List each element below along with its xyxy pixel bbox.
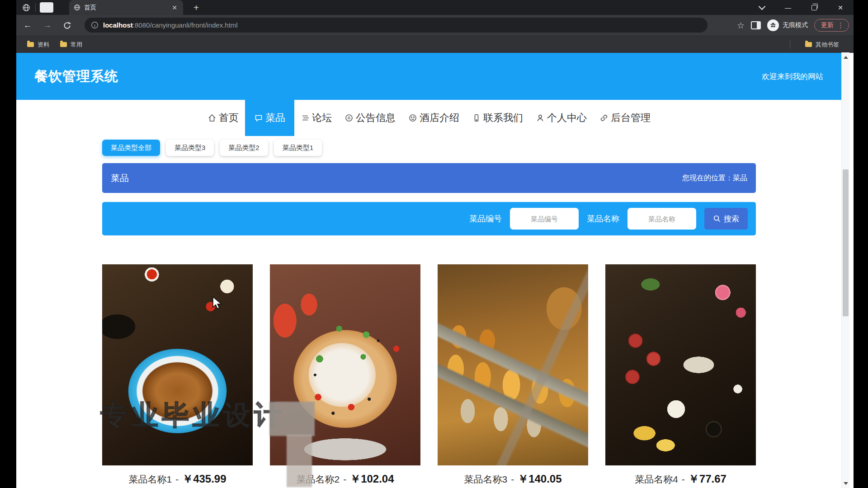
dish-separator: - [175,474,179,485]
welcome-text: 欢迎来到我的网站 [762,71,823,82]
forum-icon [301,113,310,122]
dish-image-fried-food[interactable] [438,264,588,465]
dish-name: 菜品名称1 [128,473,172,486]
nav-item-dishes[interactable]: 菜品 [245,100,294,136]
browser-window: 首页 ✕ + — ✕ ← → localhost:8080/canyinguan… [16,0,854,488]
page-viewport: 餐饮管理系统 欢迎来到我的网站 首页 菜品 论坛 公告信息 [16,53,854,488]
tab-home[interactable]: 首页 ✕ [69,0,183,15]
dish-image-noodles[interactable] [102,264,253,465]
pinned-tab-thumbnail[interactable] [40,2,53,13]
site-title: 餐饮管理系统 [34,67,118,86]
globe-icon[interactable] [20,2,33,13]
nav-item-home[interactable]: 首页 [201,100,245,136]
side-panel-icon[interactable] [751,21,761,29]
folder-icon [27,42,34,47]
person-icon [536,113,545,122]
blurred-box [287,435,312,487]
home-icon [208,113,217,122]
url-path: :8080/canyinguanli/front/index.html [133,21,238,29]
scrollbar-thumb[interactable] [843,169,849,316]
dish-name: 菜品名称3 [464,473,507,486]
bookmark-label: 资料 [38,41,49,49]
dish-name-input[interactable] [627,208,696,230]
dish-price: ￥102.04 [350,472,394,486]
dish-card-grid: 菜品名称1 - ￥435.99 菜品名称2 - ￥102.04 [102,264,756,488]
dish-card-label: 菜品名称4 - ￥77.67 [605,465,756,488]
forward-button[interactable]: → [42,19,53,31]
nav-item-contact[interactable]: 联系我们 [466,100,529,136]
tab-close-icon[interactable]: ✕ [170,4,179,11]
incognito-label: 无痕模式 [783,21,808,29]
dish-icon [254,113,263,122]
nav-label: 后台管理 [611,111,651,125]
dish-no-input[interactable] [510,208,579,230]
scroll-down-icon[interactable] [842,479,849,487]
nav-label: 个人中心 [547,111,587,125]
dish-card-4[interactable]: 菜品名称4 - ￥77.67 [605,264,756,488]
other-bookmarks-label: 其他书签 [816,41,839,49]
dish-price: ￥435.99 [182,472,226,486]
reload-icon[interactable] [61,19,73,31]
dish-name-label: 菜品名称 [587,213,619,224]
bookmark-item[interactable]: 资料 [27,41,49,49]
mouse-cursor [212,296,223,310]
bookmark-item[interactable]: 常用 [60,41,82,49]
site-info-icon[interactable] [91,21,99,29]
search-button[interactable]: 搜索 [704,208,748,230]
bookmarks-divider [790,41,790,49]
folder-icon [805,42,812,47]
chip-dish-type-3[interactable]: 菜品类型3 [166,140,214,156]
phone-icon [472,113,481,122]
more-menu-icon[interactable]: ⋮ [837,21,844,29]
url-text: localhost:8080/canyinguanli/front/index.… [103,21,238,29]
update-label: 更新 [821,21,834,29]
smiley-icon [408,113,417,122]
nav-label: 联系我们 [483,111,523,125]
nav-item-hotel-intro[interactable]: 酒店介绍 [402,100,466,136]
search-button-label: 搜索 [724,214,739,224]
window-menu-chevron-icon[interactable] [749,0,775,15]
nav-item-admin[interactable]: 后台管理 [593,100,657,136]
window-restore-button[interactable] [801,0,827,15]
notice-icon [344,113,354,122]
new-tab-button[interactable]: + [190,1,203,14]
page-scrollbar[interactable] [841,52,849,488]
dish-separator: - [343,474,346,485]
nav-item-notices[interactable]: 公告信息 [338,100,402,136]
dish-card-1[interactable]: 菜品名称1 - ￥435.99 [102,264,253,488]
scroll-up-icon[interactable] [842,53,849,61]
window-close-button[interactable]: ✕ [827,0,854,15]
dish-separator: - [682,474,685,485]
chip-dish-type-2[interactable]: 菜品类型2 [220,140,268,156]
bookmark-star-icon[interactable]: ☆ [737,20,745,31]
dish-no-label: 菜品编号 [469,213,502,224]
nav-item-profile[interactable]: 个人中心 [529,100,593,136]
section-banner: 菜品 您现在的位置：菜品 [102,163,756,193]
section-title: 菜品 [111,172,129,184]
dish-separator: - [511,474,514,485]
back-button[interactable]: ← [22,19,33,31]
incognito-icon [767,19,779,31]
address-bar[interactable]: localhost:8080/canyinguanli/front/index.… [85,18,708,33]
chip-dish-type-1[interactable]: 菜品类型1 [274,140,322,156]
tab-strip: 首页 ✕ + — ✕ [16,0,854,15]
blurred-box [269,402,315,436]
bookmarks-bar: 资料 常用 其他书签 [16,36,854,53]
nav-label: 公告信息 [356,111,396,125]
tab-separator [35,3,36,12]
dish-card-3[interactable]: 菜品名称3 - ￥140.05 [438,264,588,488]
dish-image-charcuterie[interactable] [605,264,756,465]
main-navigation: 首页 菜品 论坛 公告信息 酒店介绍 [16,100,842,136]
nav-item-forum[interactable]: 论坛 [294,100,338,136]
window-controls: — ✕ [749,0,854,15]
other-bookmarks-button[interactable]: 其他书签 [805,41,839,49]
dish-price: ￥140.05 [518,472,561,486]
window-minimize-button[interactable]: — [775,0,801,15]
update-button[interactable]: 更新 ⋮ [814,19,849,32]
dish-price: ￥77.67 [689,472,726,486]
chip-dish-type-all[interactable]: 菜品类型全部 [102,140,160,156]
link-icon [599,113,609,122]
bookmark-label: 常用 [71,41,82,49]
site-header: 餐饮管理系统 欢迎来到我的网站 [16,53,842,100]
dish-type-filter: 菜品类型全部 菜品类型3 菜品类型2 菜品类型1 [102,140,756,156]
